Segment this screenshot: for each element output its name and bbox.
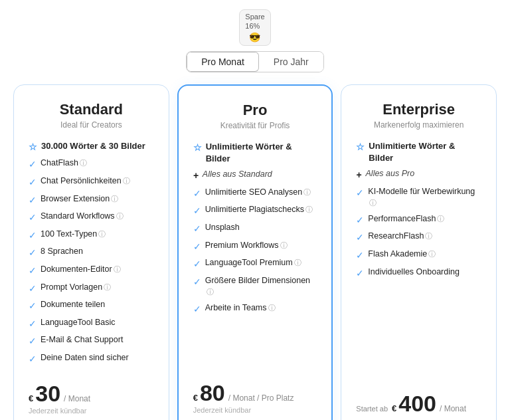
card-standard: StandardIdeal für Creators☆30.000 Wörter… [13,84,169,420]
feature-text: LanguageTool Basic [41,317,116,329]
star-icon: ☆ [29,141,37,154]
feature-item: ✓PerformanceFlashⓘ [356,213,481,227]
spare-percent: 16% [245,22,260,30]
info-icon[interactable]: ⓘ [114,264,121,274]
feature-text: Prompt Vorlagenⓘ [41,282,111,294]
price-number: 80 [200,381,225,404]
feature-item: ✓Dokumente teilen [29,299,154,313]
feature-item: ✓Arbeite in Teamsⓘ [193,302,317,316]
feature-item: ✓Prompt Vorlagenⓘ [29,282,154,296]
feature-item: ✓Dokumenten-Editorⓘ [29,264,154,278]
price-subtext: Jederzeit kündbar [193,406,317,414]
info-icon[interactable]: ⓘ [369,198,377,208]
highlight-text: Unlimitierte Wörter & Bilder [369,140,481,164]
feature-item: ✓KI-Modelle für Werbewirkungⓘ [356,186,481,209]
feature-item: ✓Standard Workflowsⓘ [29,211,154,225]
feature-item: ✓Premium Workflowsⓘ [193,240,317,254]
feature-item: ✓Unsplash [193,222,317,236]
feature-item: ✓Chat Persönlichkeitenⓘ [29,175,154,189]
check-icon: ✓ [29,158,37,171]
feature-text: 8 Sprachen [41,246,83,258]
spare-emoji: 😎 [249,31,260,43]
feature-text: Standard Workflowsⓘ [41,211,124,223]
feature-text: Arbeite in Teamsⓘ [205,302,276,314]
yearly-toggle[interactable]: Pro Jahr [259,52,323,72]
feature-text: Unlimitierte SEO Analysenⓘ [205,187,311,199]
top-section: Spare16% 😎 Pro Monat Pro Jahr [0,0,510,84]
info-icon[interactable]: ⓘ [294,258,301,268]
card-pro-subtitle: Kreativität für Profis [193,121,317,130]
feature-text: Alles aus Pro [366,168,415,180]
info-icon[interactable]: ⓘ [80,158,87,168]
info-icon[interactable]: ⓘ [428,249,436,259]
card-pro: ProKreativität für Profis☆Unlimitierte W… [177,84,333,420]
price-number: 400 [398,392,436,415]
feature-highlight: ☆Unlimitierte Wörter & Bilder [193,141,317,165]
check-icon: ✓ [193,223,201,236]
info-icon[interactable]: ⓘ [207,287,214,297]
price-currency: € [29,393,33,403]
feature-item: ✓ResearchFlashⓘ [356,231,481,245]
feature-item: ✓Flash Akademieⓘ [356,249,481,262]
price-currency: € [392,403,396,413]
feature-text: PerformanceFlashⓘ [368,213,444,225]
info-icon[interactable]: ⓘ [303,187,311,197]
price-subtext: Jederzeit kündbar [29,407,154,415]
check-icon: ✓ [356,249,364,262]
info-icon[interactable]: ⓘ [104,282,111,292]
info-icon[interactable]: ⓘ [305,205,313,215]
pricing-cards: StandardIdeal für Creators☆30.000 Wörter… [0,84,510,420]
feature-item: ✓100 Text-Typenⓘ [29,229,154,243]
feature-text: Dokumenten-Editorⓘ [41,264,121,276]
feature-text: Individuelles Onboarding [368,266,460,278]
feature-text: Unlimitierte Plagiatschecksⓘ [205,204,313,216]
feature-text: Deine Daten sind sicher [41,352,129,364]
info-icon[interactable]: ⓘ [425,231,432,241]
feature-text: Dokumente teilen [41,299,105,311]
check-icon: ✓ [193,205,201,218]
check-icon: ✓ [193,187,201,201]
card-standard-subtitle: Ideal für Creators [29,120,154,130]
card-pro-price: €80/ Monat / Pro PlatzJederzeit kündbar [193,381,317,414]
info-icon[interactable]: ⓘ [123,176,130,186]
info-icon[interactable]: ⓘ [437,214,444,224]
feature-text: ChatFlashⓘ [41,158,87,169]
card-enterprise: EnterpriseMarkenerfolg maximieren☆Unlimi… [341,84,497,420]
feature-item: ✓Browser Extensionⓘ [29,193,154,207]
card-pro-title: Pro [193,102,317,119]
feature-text: E-Mail & Chat Support [41,334,123,346]
price-number: 30 [35,382,60,405]
info-icon[interactable]: ⓘ [98,229,106,239]
billing-toggle[interactable]: Pro Monat Pro Jahr [186,51,324,72]
price-period: / Monat / Pro Platz [228,393,294,403]
card-standard-price: €30/ MonatJederzeit kündbar [29,382,154,415]
price-period: / Monat [440,404,466,413]
info-icon[interactable]: ⓘ [268,303,276,313]
check-icon: ✓ [29,318,37,331]
feature-highlight: ☆Unlimitierte Wörter & Bilder [356,140,481,164]
price-prefix: Startet ab [356,405,388,413]
info-icon[interactable]: ⓘ [280,241,288,251]
feature-text: ResearchFlashⓘ [368,231,432,243]
info-icon[interactable]: ⓘ [116,211,124,221]
check-icon: ✓ [356,267,364,280]
feature-item: ✓Deine Daten sind sicher [29,352,154,366]
check-icon: ✓ [193,258,201,271]
spare-label: Spare16% [245,12,264,31]
card-standard-features: ☆30.000 Wörter & 30 Bilder✓ChatFlashⓘ✓Ch… [29,140,154,370]
check-icon: ✓ [193,241,201,254]
feature-item: ✓Unlimitierte Plagiatschecksⓘ [193,204,317,218]
card-pro-features: ☆Unlimitierte Wörter & Bilder+Alles aus … [193,141,317,369]
spare-badge: Spare16% 😎 [239,9,270,46]
feature-item: ✓8 Sprachen [29,246,154,260]
check-icon: ✓ [356,231,364,245]
feature-item: ✓LanguageTool Basic [29,317,154,331]
feature-text: Browser Extensionⓘ [41,193,118,205]
feature-text: KI-Modelle für Werbewirkungⓘ [368,186,481,209]
plus-icon: + [193,169,199,183]
check-icon: ✓ [29,300,37,313]
feature-text: 100 Text-Typenⓘ [41,229,106,241]
monthly-toggle[interactable]: Pro Monat [187,52,259,72]
card-enterprise-title: Enterprise [356,101,481,118]
info-icon[interactable]: ⓘ [111,194,118,204]
